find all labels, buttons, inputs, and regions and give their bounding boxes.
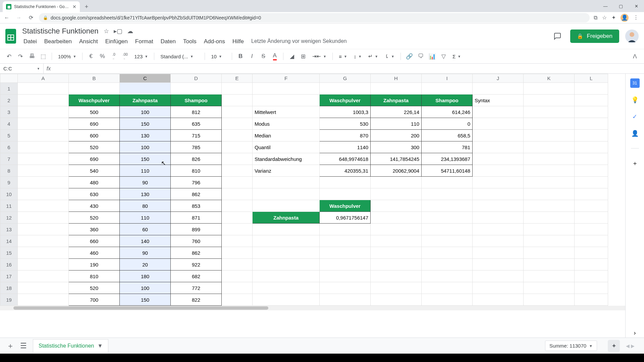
cell-B19[interactable]: 700 <box>69 294 120 306</box>
col-header-J[interactable]: J <box>473 74 524 83</box>
functions-button[interactable]: Σ▼ <box>450 54 464 59</box>
sheet-tab-menu-icon[interactable]: ▼ <box>97 343 103 349</box>
row-header-4[interactable]: 4 <box>0 118 18 130</box>
cell-F9[interactable] <box>253 177 320 188</box>
cell-L16[interactable] <box>575 259 608 270</box>
calendar-icon[interactable]: 31 <box>630 78 640 88</box>
valign-button[interactable]: ↕▼ <box>351 54 364 59</box>
cell-A12[interactable] <box>18 212 69 224</box>
browser-tab[interactable]: ▦ Statistische Funktionen - Google ✕ <box>3 1 80 12</box>
col-header-D[interactable]: D <box>171 74 222 83</box>
cell-L7[interactable] <box>575 153 608 165</box>
row-header-16[interactable]: 16 <box>0 259 18 270</box>
cell-J9[interactable] <box>473 177 524 188</box>
menu-data[interactable]: Daten <box>157 37 179 46</box>
cell-C13[interactable]: 60 <box>120 224 171 235</box>
cell-H13[interactable] <box>371 224 422 235</box>
cell-C4[interactable]: 150 <box>120 118 171 130</box>
cell-E14[interactable] <box>222 235 253 247</box>
row-header-5[interactable]: 5 <box>0 130 18 141</box>
cell-E13[interactable] <box>222 224 253 235</box>
cell-A8[interactable] <box>18 165 69 177</box>
percent-button[interactable]: % <box>97 51 107 61</box>
cell-J7[interactable] <box>473 153 524 165</box>
cell-D4[interactable]: 635 <box>171 118 222 130</box>
cell-K6[interactable] <box>524 141 575 153</box>
cell-B6[interactable]: 520 <box>69 141 120 153</box>
cell-H10[interactable] <box>371 188 422 200</box>
cell-K19[interactable] <box>524 294 575 306</box>
last-edit-link[interactable]: Letzte Änderung vor wenigen Sekunden <box>248 37 350 46</box>
cell-J5[interactable] <box>473 130 524 141</box>
url-field[interactable]: 🔒 docs.google.com/spreadsheets/d/1fke71Y… <box>39 13 590 22</box>
cell-C2[interactable]: Zahnpasta <box>120 95 171 106</box>
cell-K2[interactable] <box>524 95 575 106</box>
cell-F4[interactable]: Modus <box>253 118 320 130</box>
cell-F14[interactable] <box>253 235 320 247</box>
row-header-1[interactable]: 1 <box>0 83 18 95</box>
cell-I6[interactable]: 781 <box>422 141 473 153</box>
cell-A9[interactable] <box>18 177 69 188</box>
cell-L8[interactable] <box>575 165 608 177</box>
cell-E2[interactable] <box>222 95 253 106</box>
fill-color-button[interactable]: ◢ <box>287 51 297 61</box>
row-header-6[interactable]: 6 <box>0 141 18 153</box>
sheets-logo[interactable] <box>4 27 17 45</box>
cell-K7[interactable] <box>524 153 575 165</box>
dec-decrease-button[interactable]: .0← <box>109 51 119 61</box>
cell-B1[interactable] <box>69 83 120 95</box>
cell-J8[interactable] <box>473 165 524 177</box>
all-sheets-button[interactable]: ☰ <box>20 342 27 350</box>
cell-L14[interactable] <box>575 235 608 247</box>
cell-H6[interactable]: 300 <box>371 141 422 153</box>
cell-A4[interactable] <box>18 118 69 130</box>
cell-B10[interactable]: 630 <box>69 188 120 200</box>
cell-H3[interactable]: 226,14 <box>371 106 422 118</box>
cell-H5[interactable]: 200 <box>371 130 422 141</box>
row-header-7[interactable]: 7 <box>0 153 18 165</box>
cell-C7[interactable]: 150 <box>120 153 171 165</box>
cell-K8[interactable] <box>524 165 575 177</box>
currency-button[interactable]: € <box>86 51 96 61</box>
cell-L15[interactable] <box>575 247 608 259</box>
cell-I15[interactable] <box>422 247 473 259</box>
cell-B17[interactable]: 810 <box>69 270 120 282</box>
cell-G19[interactable] <box>320 294 371 306</box>
cell-E8[interactable] <box>222 165 253 177</box>
cell-I8[interactable]: 54711,60148 <box>422 165 473 177</box>
extensions-icon[interactable]: ✦ <box>611 14 616 21</box>
quicksum-display[interactable]: Summe: 113070▼ <box>545 341 597 351</box>
cell-J14[interactable] <box>473 235 524 247</box>
sheet-tab[interactable]: Statistische Funktionen ▼ <box>33 339 108 353</box>
cell-I5[interactable]: 658,5 <box>422 130 473 141</box>
move-icon[interactable]: ▸▢ <box>114 27 122 35</box>
cell-E17[interactable] <box>222 270 253 282</box>
cell-C3[interactable]: 100 <box>120 106 171 118</box>
cell-C12[interactable]: 110 <box>120 212 171 224</box>
cell-F2[interactable] <box>253 95 320 106</box>
cell-G3[interactable]: 1003,3 <box>320 106 371 118</box>
cell-B12[interactable]: 520 <box>69 212 120 224</box>
cell-L17[interactable] <box>575 270 608 282</box>
cell-D3[interactable]: 812 <box>171 106 222 118</box>
cell-L19[interactable] <box>575 294 608 306</box>
cell-L18[interactable] <box>575 282 608 294</box>
col-header-K[interactable]: K <box>524 74 575 83</box>
col-header-I[interactable]: I <box>422 74 473 83</box>
cell-D17[interactable]: 682 <box>171 270 222 282</box>
cell-L2[interactable] <box>575 95 608 106</box>
cell-J3[interactable] <box>473 106 524 118</box>
cell-E18[interactable] <box>222 282 253 294</box>
cell-H16[interactable] <box>371 259 422 270</box>
row-header-19[interactable]: 19 <box>0 294 18 306</box>
cell-H14[interactable] <box>371 235 422 247</box>
col-header-C[interactable]: C <box>120 74 171 83</box>
col-header-B[interactable]: B <box>69 74 120 83</box>
cell-D6[interactable]: 785 <box>171 141 222 153</box>
undo-button[interactable]: ↶ <box>4 51 14 61</box>
cell-F17[interactable] <box>253 270 320 282</box>
cell-C15[interactable]: 90 <box>120 247 171 259</box>
cell-H9[interactable] <box>371 177 422 188</box>
minimize-button[interactable]: — <box>598 0 613 12</box>
cell-G2[interactable]: Waschpulver <box>320 95 371 106</box>
